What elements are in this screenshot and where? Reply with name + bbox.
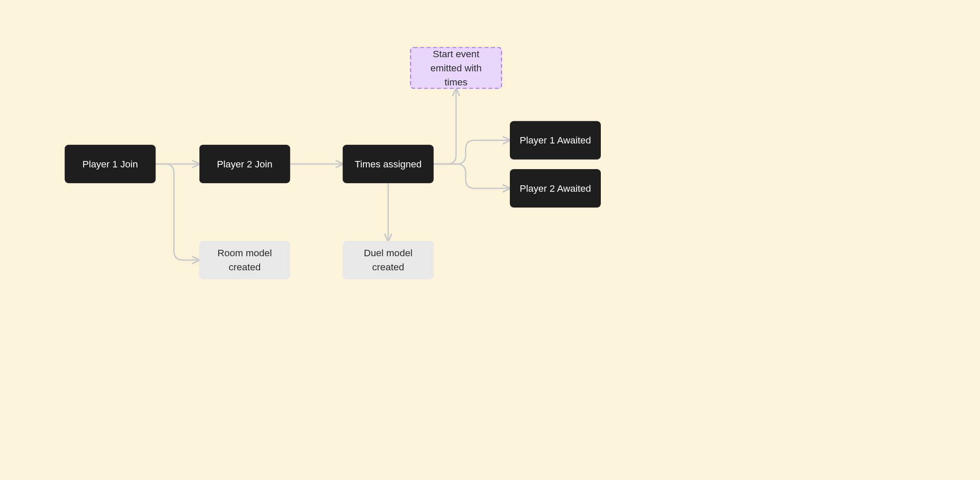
node-label: Duel model created xyxy=(352,246,425,274)
node-times-assigned: Times assigned xyxy=(343,145,434,183)
node-label: Player 1 Join xyxy=(82,157,138,171)
node-start-event: Start event emitted with times xyxy=(410,47,502,89)
node-label: Times assigned xyxy=(355,157,422,171)
node-room-model: Room model created xyxy=(199,241,290,279)
node-label: Start event emitted with times xyxy=(420,47,492,89)
connector xyxy=(156,164,199,260)
node-player2-awaited: Player 2 Awaited xyxy=(510,169,601,208)
node-label: Player 2 Awaited xyxy=(520,181,591,196)
node-player2-join: Player 2 Join xyxy=(199,145,290,183)
node-duel-model: Duel model created xyxy=(343,241,434,279)
diagram-canvas: Player 1 JoinPlayer 2 JoinTimes assigned… xyxy=(0,0,980,480)
node-player1-join: Player 1 Join xyxy=(65,145,156,183)
connector xyxy=(434,164,510,188)
node-label: Player 2 Join xyxy=(217,157,272,171)
node-label: Room model created xyxy=(208,246,281,274)
connector xyxy=(434,140,510,164)
connector xyxy=(434,89,456,164)
node-label: Player 1 Awaited xyxy=(520,133,591,147)
node-player1-awaited: Player 1 Awaited xyxy=(510,121,601,160)
